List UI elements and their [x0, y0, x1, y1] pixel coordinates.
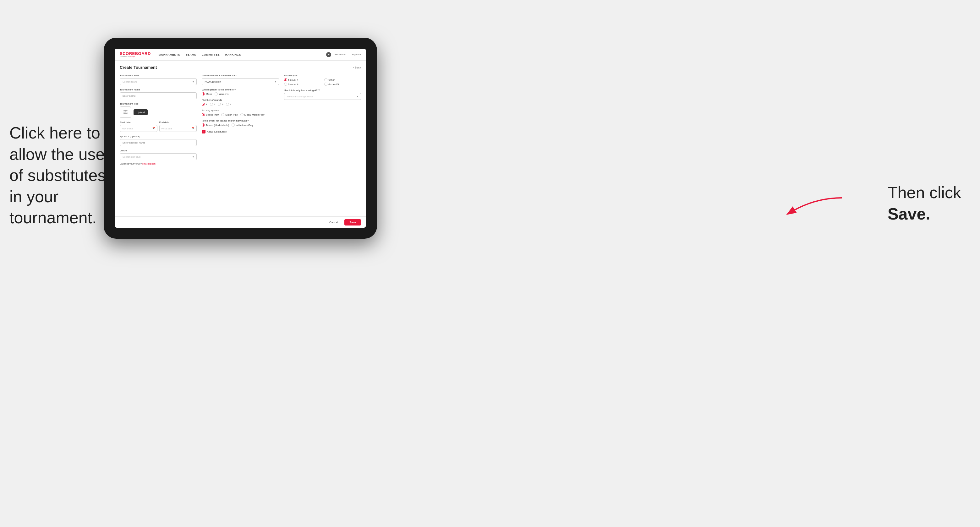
- rounds-3[interactable]: 3: [218, 103, 223, 106]
- nav-item-committee[interactable]: COMMITTEE: [202, 52, 220, 57]
- rounds-1[interactable]: 1: [202, 103, 207, 106]
- teams-individuals-label: Is this event for Teams and/or Individua…: [202, 119, 279, 122]
- scoring-service-group: Use third-party live scoring API? Select…: [284, 89, 361, 100]
- logo-upload-row: 🖼 Upload: [120, 106, 197, 118]
- scoring-service-select[interactable]: Select a scoring service: [284, 93, 361, 100]
- teams-plus-individuals[interactable]: Teams (+Individuals): [202, 124, 229, 127]
- form-grid: Tournament Host Search team Tournament n…: [120, 74, 361, 165]
- scoring-medal[interactable]: Medal Match Play: [240, 113, 264, 116]
- gender-womens[interactable]: Womens: [215, 92, 228, 95]
- logo-block: SCOREBOARD Powered by clippd: [120, 51, 151, 57]
- save-button[interactable]: Save: [344, 219, 361, 225]
- format-6count5[interactable]: 6 count 5: [324, 83, 361, 86]
- rounds-label: Number of rounds: [202, 98, 279, 102]
- user-label: blair admin: [334, 53, 346, 56]
- venue-help: Can't find your venue? email support: [120, 163, 197, 165]
- tournament-host-group: Tournament Host Search team: [120, 74, 197, 85]
- scoring-system-group: Scoring system Stroke Play Match Play: [202, 109, 279, 116]
- upload-button[interactable]: Upload: [134, 109, 148, 115]
- tablet-frame: SCOREBOARD Powered by clippd TOURNAMENTS…: [104, 38, 377, 239]
- scoring-stroke-dot: [202, 113, 205, 116]
- nav-item-tournaments[interactable]: TOURNAMENTS: [157, 52, 180, 57]
- scoring-system-label: Scoring system: [202, 109, 279, 112]
- allow-substitutes-label: Allow substitutes?: [207, 130, 227, 133]
- logo-powered: Powered by clippd: [120, 56, 151, 57]
- tablet-screen: SCOREBOARD Powered by clippd TOURNAMENTS…: [115, 49, 366, 228]
- tournament-name-input[interactable]: [120, 92, 197, 99]
- gender-radio-group: Mens Womens: [202, 92, 279, 95]
- nav-item-rankings[interactable]: RANKINGS: [225, 52, 241, 57]
- teams-individuals-group: Is this event for Teams and/or Individua…: [202, 119, 279, 127]
- scoring-match[interactable]: Match Play: [221, 113, 238, 116]
- allow-substitutes-checkbox[interactable]: ✓ Allow substitutes?: [202, 130, 279, 133]
- format-6count4[interactable]: 6 count 4: [284, 83, 321, 86]
- sponsor-group: Sponsor (optional): [120, 135, 197, 146]
- arrow-right-icon: [782, 195, 845, 220]
- rounds-3-dot: [218, 103, 221, 106]
- allow-substitutes-group: ✓ Allow substitutes?: [202, 130, 279, 133]
- gender-label: Which gender is the event for?: [202, 88, 279, 91]
- format-6count4-dot: [284, 83, 287, 86]
- format-other-dot: [324, 78, 328, 81]
- individuals-only[interactable]: Individuals Only: [232, 124, 253, 127]
- format-5count4-dot: [284, 78, 287, 81]
- nav-item-teams[interactable]: TEAMS: [186, 52, 196, 57]
- end-date-label: End date: [159, 121, 197, 124]
- gender-mens[interactable]: Mens: [202, 92, 212, 95]
- gender-mens-dot: [202, 92, 205, 95]
- form-col-2: Which division is the event for? NCAA Di…: [202, 74, 279, 165]
- division-input[interactable]: NCAA Division I: [202, 78, 279, 85]
- annotation-left-text: Click here to allow the use of substitut…: [10, 124, 106, 227]
- end-date-group: End date Pick a date: [159, 121, 197, 132]
- format-options-grid: 5 count 4 Other 6 count 4: [284, 78, 361, 86]
- back-link[interactable]: Back: [353, 66, 361, 69]
- pipe-separator: |: [349, 53, 349, 56]
- tournament-host-input[interactable]: Search team: [120, 78, 197, 85]
- scoring-radio-group: Stroke Play Match Play Medal Match Play: [202, 113, 279, 116]
- date-row: Start date Pick a date End date Pick a d…: [120, 121, 197, 132]
- division-group: Which division is the event for? NCAA Di…: [202, 74, 279, 85]
- format-other[interactable]: Other: [324, 78, 361, 81]
- rounds-2-dot: [210, 103, 213, 106]
- scoring-medal-dot: [240, 113, 243, 116]
- cancel-button[interactable]: Cancel: [326, 219, 341, 225]
- annotation-right: Then clickSave.: [888, 182, 961, 225]
- start-date-group: Start date Pick a date: [120, 121, 158, 132]
- end-date-input[interactable]: Pick a date: [159, 125, 197, 132]
- individuals-only-dot: [232, 124, 235, 127]
- tournament-name-label: Tournament name: [120, 88, 197, 91]
- allow-substitutes-check-icon: ✓: [202, 130, 205, 133]
- gender-womens-dot: [215, 92, 218, 95]
- sponsor-label: Sponsor (optional): [120, 135, 197, 138]
- scoring-service-label: Use third-party live scoring API?: [284, 89, 361, 92]
- page-header: Create Tournament Back: [120, 65, 361, 70]
- teams-radio-group: Teams (+Individuals) Individuals Only: [202, 124, 279, 127]
- rounds-4-dot: [226, 103, 229, 106]
- logo-placeholder-icon: 🖼: [120, 106, 131, 118]
- start-date-input[interactable]: Pick a date: [120, 125, 158, 132]
- division-label: Which division is the event for?: [202, 74, 279, 77]
- venue-label: Venue: [120, 149, 197, 152]
- venue-group: Venue Search golf club Can't find your v…: [120, 149, 197, 165]
- gender-group: Which gender is the event for? Mens Wome…: [202, 88, 279, 95]
- format-type-group: Format type 5 count 4 Other: [284, 74, 361, 86]
- format-5count4[interactable]: 5 count 4: [284, 78, 321, 81]
- form-col-1: Tournament Host Search team Tournament n…: [120, 74, 197, 165]
- rounds-group: Number of rounds 1 2: [202, 98, 279, 106]
- tournament-logo-label: Tournament logo: [120, 102, 197, 105]
- rounds-2[interactable]: 2: [210, 103, 215, 106]
- footer-bar: Cancel Save: [115, 216, 366, 228]
- sign-out-link[interactable]: Sign out: [352, 53, 361, 56]
- form-col-3: Format type 5 count 4 Other: [284, 74, 361, 165]
- page-title: Create Tournament: [120, 65, 157, 70]
- sponsor-input[interactable]: [120, 139, 197, 146]
- start-date-label: Start date: [120, 121, 158, 124]
- rounds-4[interactable]: 4: [226, 103, 231, 106]
- avatar: B: [326, 52, 331, 57]
- venue-input[interactable]: Search golf club: [120, 153, 197, 160]
- scoring-stroke[interactable]: Stroke Play: [202, 113, 219, 116]
- email-support-link[interactable]: email support: [142, 163, 156, 165]
- tournament-name-group: Tournament name: [120, 88, 197, 99]
- logo-scoreboard: SCOREBOARD: [120, 51, 151, 56]
- tournament-host-label: Tournament Host: [120, 74, 197, 77]
